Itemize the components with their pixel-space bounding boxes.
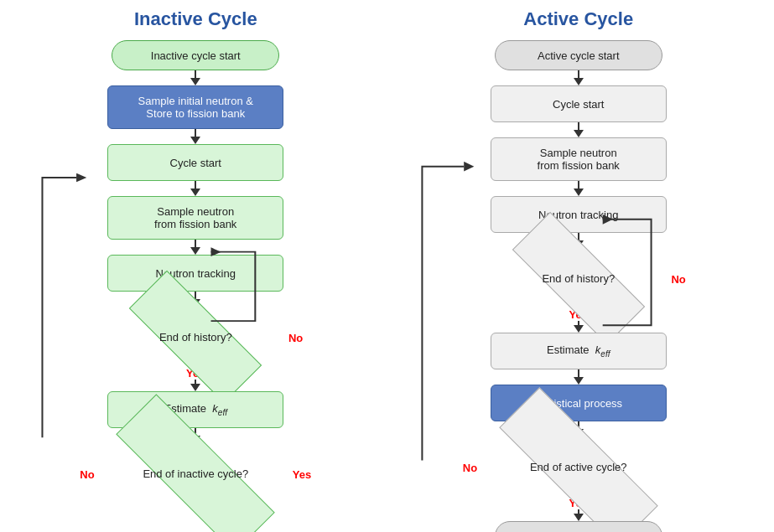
- inactive-cycle-title: Inactive Cycle: [134, 8, 257, 30]
- neutron-tracking-right: Neutron tracking: [491, 196, 667, 233]
- arrow-5-r: [574, 321, 584, 333]
- no-history-right: No: [671, 271, 685, 287]
- no-active-label: No: [463, 460, 477, 475]
- active-cycle-title: Active Cycle: [523, 8, 633, 30]
- end-active-diamond: End of active cycle? No: [486, 436, 671, 497]
- left-flow: Inactive cycle start Sample initial neut…: [86, 40, 304, 504]
- cycle-start-right: Cycle start: [491, 85, 667, 122]
- end-active-text: End of active cycle?: [530, 461, 627, 473]
- end-inactive-diamond: End of inactive cycle? No Yes: [103, 443, 288, 504]
- end-history-diamond-left: End of history? No: [112, 307, 279, 367]
- arrow-6-r: [574, 369, 584, 385]
- no-inactive-label: No: [80, 467, 94, 482]
- arrow-1-r: [574, 70, 584, 85]
- inactive-cycle-column: Inactive Cycle Inactive cycle start Samp…: [17, 8, 375, 504]
- sample-fission-left: Sample neutron from fission bank: [107, 196, 283, 240]
- end-history-text-left: End of history?: [159, 331, 232, 343]
- inactive-cycle-start: Inactive cycle start: [112, 40, 279, 70]
- end-simulation: End simulation: [495, 521, 662, 532]
- no-history-left: No: [288, 330, 303, 345]
- arrow-2-l: [190, 129, 200, 144]
- sample-initial-neutron: Sample initial neutron & Store to fissio…: [107, 85, 283, 129]
- active-cycle-start: Active cycle start: [495, 40, 662, 70]
- arrow-2-r: [574, 122, 584, 137]
- yes-inactive-label: Yes: [293, 467, 311, 482]
- arrow-3-r: [574, 181, 584, 196]
- end-inactive-text: End of inactive cycle?: [143, 467, 248, 480]
- arrow-1-l: [190, 70, 200, 85]
- estimate-keff-right: Estimate keff: [491, 333, 667, 369]
- neutron-tracking-left: Neutron tracking: [107, 255, 283, 292]
- arrow-4-l: [190, 240, 200, 255]
- cycle-start-left: Cycle start: [107, 144, 283, 181]
- right-flow: Active cycle start Cycle start Sample ne…: [470, 40, 688, 532]
- active-cycle-column: Active Cycle Active cycle start Cycle st…: [400, 8, 758, 532]
- arrow-6-l: [190, 380, 200, 391]
- sample-fission-right: Sample neutron from fission bank: [491, 137, 667, 181]
- end-history-text-right: End of history?: [542, 272, 615, 285]
- arrow-8-r: [574, 509, 584, 521]
- end-history-diamond-right: End of history? No: [495, 248, 662, 308]
- arrow-3-l: [190, 181, 200, 196]
- diagram-container: Inactive Cycle Inactive cycle start Samp…: [0, 0, 774, 532]
